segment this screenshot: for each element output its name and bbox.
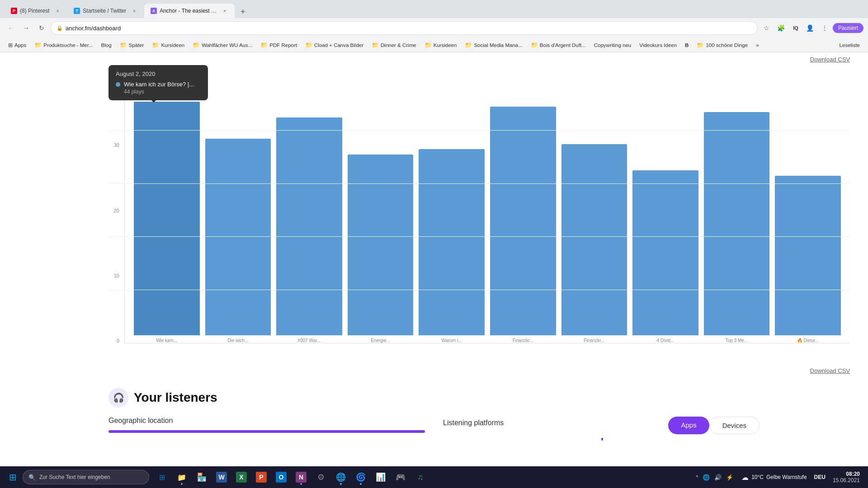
taskbar-pin-edge[interactable]: 🌀: [352, 468, 370, 486]
extension-puzzle-icon[interactable]: 🧩: [775, 22, 788, 34]
forward-button[interactable]: →: [20, 22, 33, 34]
bar-group-6[interactable]: Finanzkr...: [561, 77, 627, 343]
weather-widget[interactable]: ☁ 10°C Gelbe Warnstufe: [738, 471, 810, 483]
bookmark-videokurs[interactable]: Videokurs Ideen: [636, 41, 680, 49]
tooltip-dot: [116, 82, 120, 87]
tab-pinterest[interactable]: P (8) Pinterest ×: [5, 4, 67, 18]
taskbar-pin-excel[interactable]: X: [232, 468, 250, 486]
bookmark-pdf[interactable]: 📁 PDF Report: [257, 40, 301, 50]
grid-line-20: [108, 236, 850, 237]
listeners-title: Your listeners: [134, 390, 217, 405]
bar-2[interactable]: [276, 117, 342, 335]
profile-button[interactable]: Pausiert: [833, 23, 863, 33]
bar-6[interactable]: [561, 144, 627, 335]
download-csv-top[interactable]: Download CSV: [810, 52, 850, 66]
taskbar-pin-word[interactable]: W: [212, 468, 231, 486]
bar-1[interactable]: [205, 139, 271, 335]
tab-anchor[interactable]: A Anchor - The easiest way to mai... ×: [144, 4, 235, 18]
platform-tab-devices[interactable]: Devices: [709, 417, 760, 434]
apps-bookmark[interactable]: ⊞ Apps: [5, 41, 30, 50]
omnibar-row: ← → ↻ 🔒 anchor.fm/dashboard ☆ 🧩 IQ 👤 ⋮ P…: [0, 18, 868, 38]
bookmark-label: Copywriting neu: [594, 42, 631, 48]
tab-twitter[interactable]: T Startseite / Twitter ×: [67, 4, 144, 18]
tray-expand-icon[interactable]: ^: [696, 475, 698, 480]
taskbar-pin-explorer[interactable]: 📁: [173, 468, 191, 486]
platform-tab-apps[interactable]: Apps: [668, 417, 709, 434]
twitter-favicon: T: [74, 8, 80, 14]
volume-icon[interactable]: 🔊: [713, 473, 722, 482]
bookmark-wahlfaecher[interactable]: 📁 Wahlfächer WU Aus...: [189, 40, 256, 50]
bar-group-3[interactable]: Energie...: [348, 77, 414, 343]
back-button[interactable]: ←: [5, 22, 17, 34]
tooltip-episode: Wie kam ich zur Börse? |...: [124, 81, 194, 88]
battery-icon[interactable]: ⚡: [725, 473, 734, 482]
bar-0[interactable]: [134, 102, 200, 335]
bar-group-5[interactable]: Finanzkr...: [490, 77, 556, 343]
bookmark-socialmedia[interactable]: 📁 Social Media Mana...: [461, 40, 526, 50]
bar-8[interactable]: [704, 112, 770, 335]
bookmark-dinner[interactable]: 📁 Dinner & Crime: [368, 40, 420, 50]
more-icon[interactable]: ⋮: [818, 22, 831, 34]
edge-icon: 🌀: [355, 472, 366, 483]
bar-group-0[interactable]: Wie kam...: [134, 77, 200, 343]
bar-group-8[interactable]: Top 3 Me...: [704, 77, 770, 343]
folder-icon: 📁: [372, 42, 379, 48]
bar-group-1[interactable]: Die wich...: [205, 77, 271, 343]
excel-icon: X: [236, 472, 247, 483]
bar-7[interactable]: [632, 170, 698, 335]
folder-icon: 📁: [193, 42, 200, 48]
bookmark-kursideen2[interactable]: 📁 Kursideen: [421, 40, 461, 50]
bookmark-später[interactable]: 📁 Später: [116, 40, 148, 50]
taskbar-pin-store[interactable]: 🏪: [193, 468, 211, 486]
explorer-active-indicator: [181, 483, 183, 485]
taskbar-pin-powerpoint[interactable]: P: [252, 468, 270, 486]
tab-twitter-close[interactable]: ×: [131, 7, 138, 14]
tab-anchor-title: Anchor - The easiest way to mai...: [160, 8, 217, 14]
anchor-favicon: A: [151, 8, 157, 14]
bookmark-bois[interactable]: 📁 Bois d'Argent Duft...: [527, 40, 590, 50]
chrome-active-indicator: [340, 483, 342, 485]
bookmark-b[interactable]: B: [681, 41, 692, 49]
bar-group-4[interactable]: Warum i...: [419, 77, 485, 343]
bookmark-more[interactable]: »: [752, 41, 762, 49]
bar-label-2: #007 War...: [276, 338, 342, 343]
bar-group-2[interactable]: #007 War...: [276, 77, 342, 343]
folder-icon: 📁: [531, 42, 538, 48]
bar-5[interactable]: [490, 107, 556, 335]
bookmark-blog[interactable]: Blog: [98, 41, 115, 49]
refresh-button[interactable]: ↻: [35, 22, 48, 34]
download-csv-bottom[interactable]: Download CSV: [810, 367, 850, 374]
bar-4[interactable]: [419, 149, 485, 335]
new-tab-button[interactable]: +: [236, 5, 249, 18]
taskbar-pin-onenote[interactable]: N: [292, 468, 310, 486]
user-icon[interactable]: 👤: [804, 22, 816, 34]
taskbar-search[interactable]: 🔍 Zur Suche Text hier eingeben: [23, 470, 149, 484]
taskbar-pin-taskview[interactable]: ⊞: [153, 468, 171, 486]
bar-group-7[interactable]: 4 Divid...: [632, 77, 698, 343]
bar-3[interactable]: [348, 155, 414, 335]
taskbar-pin-spotify[interactable]: ♫: [411, 468, 429, 486]
taskbar-pin-app11[interactable]: 📊: [372, 468, 390, 486]
taskbar-pin-chrome[interactable]: 🌐: [332, 468, 350, 486]
taskbar-pin-outlook[interactable]: O: [272, 468, 290, 486]
bookmark-100dinge[interactable]: 📁 100 schöne Dinge: [693, 40, 751, 50]
bookmark-star-icon[interactable]: ☆: [760, 22, 773, 34]
bookmark-canva[interactable]: 📁 Cload + Canva Bilder: [302, 40, 367, 50]
bar-group-9[interactable]: 🔥 Diese...: [775, 77, 841, 343]
iq-icon[interactable]: IQ: [789, 22, 802, 34]
omnibox[interactable]: 🔒 anchor.fm/dashboard: [51, 21, 758, 35]
folder-icon: 📁: [305, 42, 312, 48]
start-button[interactable]: ⊞: [5, 469, 21, 485]
bookmark-leseliste[interactable]: Leseliste: [836, 41, 863, 49]
tab-pinterest-close[interactable]: ×: [54, 7, 61, 14]
clock[interactable]: 08:20 15.06.2021: [829, 469, 863, 485]
taskbar-pin-app12[interactable]: 🎮: [392, 468, 410, 486]
bookmark-label: Produktsuche - Mer...: [43, 42, 93, 48]
bookmark-produktsuche[interactable]: 📁 Produktsuche - Mer...: [31, 40, 96, 50]
bar-9[interactable]: [775, 176, 841, 335]
network-icon[interactable]: 🌐: [702, 473, 711, 482]
bookmark-copywriting[interactable]: Copywriting neu: [590, 41, 635, 49]
taskbar-pin-settings[interactable]: ⚙: [312, 468, 330, 486]
bookmark-kursideen1[interactable]: 📁 Kursideen: [148, 40, 188, 50]
tab-anchor-close[interactable]: ×: [221, 7, 228, 14]
